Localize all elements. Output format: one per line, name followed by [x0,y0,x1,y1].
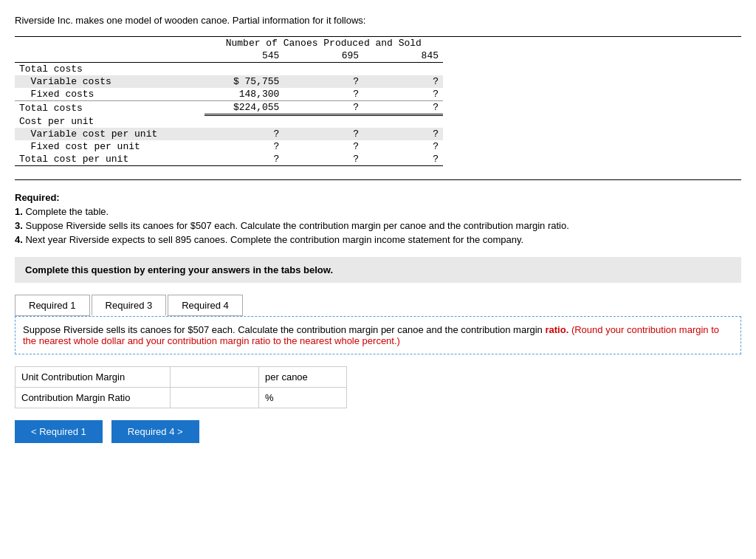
row-label-fixed-costs: Fixed costs [15,88,205,101]
row-val3-cpu [363,115,443,128]
row-val1-fcpu: ? [205,140,284,153]
question-bold-red: ratio. [545,324,568,335]
input-row-cmr: Contribution Margin Ratio % [16,388,346,408]
row-val2 [284,63,363,76]
row-val1-variable: $ 75,755 [205,75,284,88]
table-row: Total costs [15,63,443,76]
req-text-1: Complete the table. [25,206,109,217]
required-heading: Required: [15,192,60,203]
req-text-4: Next year Riverside expects to sell 895 … [25,234,523,245]
row-val3 [363,63,443,76]
input-row-ucm: Unit Contribution Margin per canoe [16,367,346,388]
req-text-3: Suppose Riverside sells its canoes for $… [25,220,568,231]
row-val3-tcpu: ? [363,153,443,166]
row-val1 [205,63,284,76]
tab-required4[interactable]: Required 4 [168,295,243,316]
header-col1: 545 [205,49,284,63]
table-header-row1: Number of Canoes Produced and Sold [15,37,443,49]
row-label-vcpu: Variable cost per unit [15,128,205,140]
cmr-label: Contribution Margin Ratio [16,388,171,408]
required4-nav-label: Required 4 > [128,426,183,437]
row-label-cost-per-unit: Cost per unit [15,115,205,128]
ucm-unit: per canoe [259,367,333,387]
ucm-input[interactable] [171,368,258,385]
req-num-4: 4. [15,234,23,245]
table-row: Fixed cost per unit ? ? ? [15,140,443,153]
complete-box: Complete this question by entering your … [15,257,741,283]
table-row: Variable costs $ 75,755 ? ? [15,75,443,88]
table-header-row2: 545 695 845 [15,49,443,63]
row-val2-fcpu: ? [284,140,363,153]
required1-nav-label: < Required 1 [31,426,86,437]
row-val1-total: $224,055 [205,101,284,115]
row-val3-total: ? [363,101,443,115]
required4-nav-button[interactable]: Required 4 > [111,420,199,443]
row-val3-fixed: ? [363,88,443,101]
complete-box-text: Complete this question by entering your … [25,264,333,275]
row-val2-fixed: ? [284,88,363,101]
table-row: Variable cost per unit ? ? ? [15,128,443,140]
tab-required3[interactable]: Required 3 [92,295,167,316]
cmr-input[interactable] [171,389,258,406]
input-section: Unit Contribution Margin per canoe Contr… [15,366,347,408]
row-val1-vcpu: ? [205,128,284,140]
tab-required3-label: Required 3 [106,300,153,311]
req-num-3: 3. [15,220,23,231]
ucm-label: Unit Contribution Margin [16,367,171,387]
tabs-container: Required 1 Required 3 Required 4 [15,295,741,316]
row-val2-cpu [284,115,363,128]
row-label-fcpu: Fixed cost per unit [15,140,205,153]
header-empty [15,37,205,49]
intro-text: Riverside Inc. makes one model of wooden… [15,15,741,26]
row-val1-fixed: 148,300 [205,88,284,101]
tab-required1-label: Required 1 [29,300,76,311]
row-val1-cpu [205,115,284,128]
row-val3-vcpu: ? [363,128,443,140]
cost-table: Number of Canoes Produced and Sold 545 6… [15,37,443,166]
row-val2-total: ? [284,101,363,115]
row-val3-fcpu: ? [363,140,443,153]
row-val2-vcpu: ? [284,128,363,140]
cmr-field-wrap[interactable] [171,388,259,408]
row-val3-variable: ? [363,75,443,88]
row-val2-tcpu: ? [284,153,363,166]
question-normal-text: Suppose Riverside sells its canoes for $… [23,324,545,335]
header-label-empty [15,49,205,63]
tab-required1[interactable]: Required 1 [15,295,90,316]
question-box: Suppose Riverside sells its canoes for $… [15,316,741,354]
cmr-unit: % [259,388,333,408]
required-section: Required: 1. Complete the table. 3. Supp… [15,192,741,245]
header-title: Number of Canoes Produced and Sold [205,37,443,49]
row-val2-variable: ? [284,75,363,88]
required1-nav-button[interactable]: < Required 1 [15,420,103,443]
header-col2: 695 [284,49,363,63]
row-label-variable-costs: Variable costs [15,75,205,88]
nav-buttons: < Required 1 Required 4 > [15,420,741,443]
row-val1-tcpu: ? [205,153,284,166]
row-label-tcpu: Total cost per unit [15,153,205,166]
row-label-total-costs2: Total costs [15,101,205,115]
row-label-total-costs: Total costs [15,63,205,76]
table-row: Total cost per unit ? ? ? [15,153,443,166]
data-table-container: Number of Canoes Produced and Sold 545 6… [15,36,741,180]
table-row: Total costs $224,055 ? ? [15,101,443,115]
table-row: Fixed costs 148,300 ? ? [15,88,443,101]
req-num-1: 1. [15,206,23,217]
table-row: Cost per unit [15,115,443,128]
ucm-field-wrap[interactable] [171,367,259,387]
header-col3: 845 [363,49,443,63]
tab-required4-label: Required 4 [182,300,229,311]
